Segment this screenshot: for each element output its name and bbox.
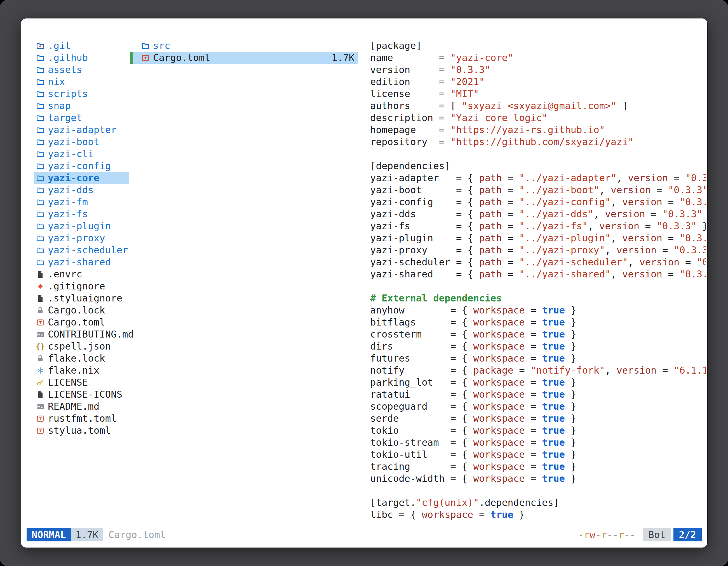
file-row-CONTRIBUTING.md[interactable]: CONTRIBUTING.md: [34, 328, 129, 340]
dir-row-yazi-scheduler[interactable]: yazi-scheduler: [34, 244, 129, 256]
dir-row-src[interactable]: src: [130, 40, 358, 52]
entry-label: yazi-plugin: [48, 220, 111, 232]
preview-line: scopeguard = { workspace = true }: [370, 400, 706, 412]
folder-icon: [36, 234, 45, 243]
preview-line: [370, 280, 706, 292]
entry-label: README.md: [48, 400, 99, 412]
dir-row-yazi-plugin[interactable]: yazi-plugin: [34, 220, 129, 232]
dir-row-.github[interactable]: .github: [34, 52, 129, 64]
file-row-Cargo.toml[interactable]: Cargo.toml1.7K: [130, 52, 358, 64]
folder-icon: [36, 161, 45, 171]
preview-line: # External dependencies: [370, 292, 706, 304]
file-row-README.md[interactable]: README.md: [34, 400, 129, 412]
file-row-.styluaignore[interactable]: .styluaignore: [34, 292, 129, 304]
dir-row-yazi-cli[interactable]: yazi-cli: [34, 148, 129, 160]
entry-label: yazi-cli: [48, 148, 94, 160]
folder-icon: [36, 198, 45, 207]
entry-label: yazi-dds: [48, 184, 94, 196]
preview-line: yazi-boot = { path = "../yazi-boot", ver…: [370, 184, 706, 196]
file-row-stylua.toml[interactable]: stylua.toml: [34, 424, 129, 436]
dir-row-yazi-proxy[interactable]: yazi-proxy: [34, 232, 129, 244]
entry-label: .github: [48, 52, 88, 64]
entry-size: 1.7K: [332, 52, 354, 64]
preview-line: yazi-dds = { path = "../yazi-dds", versi…: [370, 208, 706, 220]
entry-label: snap: [48, 100, 71, 112]
dir-row-yazi-adapter[interactable]: yazi-adapter: [34, 124, 129, 136]
folder-icon: [36, 89, 45, 99]
preview-line: bitflags = { workspace = true }: [370, 316, 706, 328]
entry-label: flake.lock: [48, 352, 105, 364]
folder-icon: [36, 77, 45, 87]
preview-line: parking_lot = { workspace = true }: [370, 376, 706, 388]
dir-row-assets[interactable]: assets: [34, 64, 129, 76]
dir-row-yazi-core[interactable]: yazi-core: [34, 172, 129, 184]
dir-row-target[interactable]: target: [34, 112, 129, 124]
preview-line: name = "yazi-core": [370, 52, 706, 64]
entry-label: yazi-proxy: [48, 232, 105, 244]
file-row-LICENSE-ICONS[interactable]: LICENSE-ICONS: [34, 388, 129, 400]
preview-line: yazi-scheduler = { path = "../yazi-sched…: [370, 256, 706, 268]
preview-line: license = "MIT": [370, 88, 706, 100]
entry-label: yazi-fm: [48, 196, 88, 208]
dir-row-yazi-fs[interactable]: yazi-fs: [34, 208, 129, 220]
folder-icon: [36, 258, 45, 267]
mode-badge: NORMAL: [27, 528, 71, 541]
dir-row-.git[interactable]: .git: [34, 40, 129, 52]
entry-label: src: [153, 40, 170, 52]
dir-row-scripts[interactable]: scripts: [34, 88, 129, 100]
file-row-Cargo.lock[interactable]: Cargo.lock: [34, 304, 129, 316]
dir-row-yazi-config[interactable]: yazi-config: [34, 160, 129, 172]
folder-icon: [36, 101, 45, 111]
file-row-cspell.json[interactable]: {}cspell.json: [34, 340, 129, 352]
folder-icon: [36, 53, 45, 63]
folder-icon: [36, 210, 45, 219]
entry-label: .gitignore: [48, 280, 105, 292]
preview-line: description = "Yazi core logic": [370, 112, 706, 124]
yazi-window: .git.githubassetsnixscriptssnaptargetyaz…: [21, 18, 707, 548]
folder-icon: [36, 149, 45, 159]
folder-icon: [36, 173, 45, 183]
file-icon: [36, 270, 45, 279]
entry-label: CONTRIBUTING.md: [48, 328, 134, 340]
preview-line: version = "0.3.3": [370, 64, 706, 76]
file-row-flake.lock[interactable]: flake.lock: [34, 352, 129, 364]
preview-line: tokio = { workspace = true }: [370, 424, 706, 436]
entry-label: .styluaignore: [48, 292, 122, 304]
entry-label: nix: [48, 76, 65, 88]
dir-row-yazi-fm[interactable]: yazi-fm: [34, 196, 129, 208]
dir-row-snap[interactable]: snap: [34, 100, 129, 112]
file-icon: [36, 390, 45, 399]
file-row-.gitignore[interactable]: .gitignore: [34, 280, 129, 292]
folder-icon: [141, 41, 150, 51]
lock-icon: [36, 305, 45, 315]
lock-icon: [36, 354, 45, 363]
file-row-.envrc[interactable]: .envrc: [34, 268, 129, 280]
folder-icon: [36, 65, 45, 75]
preview-line: crossterm = { workspace = true }: [370, 328, 706, 340]
entry-label: .git: [48, 40, 71, 52]
dir-row-yazi-dds[interactable]: yazi-dds: [34, 184, 129, 196]
dir-row-nix[interactable]: nix: [34, 76, 129, 88]
parent-pane: .git.githubassetsnixscriptssnaptargetyaz…: [34, 40, 129, 436]
preview-line: repository = "https://github.com/sxyazi/…: [370, 136, 706, 148]
scroll-position-badge: Bot: [643, 528, 671, 541]
file-permissions: -rw-r--r--: [578, 528, 635, 541]
file-row-rustfmt.toml[interactable]: rustfmt.toml: [34, 412, 129, 424]
preview-line: [370, 148, 706, 160]
preview-line: yazi-fs = { path = "../yazi-fs", version…: [370, 220, 706, 232]
json-icon: {}: [36, 342, 45, 351]
file-row-flake.nix[interactable]: flake.nix: [34, 364, 129, 376]
preview-line: anyhow = { workspace = true }: [370, 304, 706, 316]
entry-label: yazi-adapter: [48, 124, 117, 136]
preview-line: homepage = "https://yazi-rs.github.io": [370, 124, 706, 136]
selection-marker: [130, 52, 133, 64]
entry-label: yazi-core: [48, 172, 99, 184]
dir-row-yazi-boot[interactable]: yazi-boot: [34, 136, 129, 148]
folder-icon: [36, 186, 45, 195]
preview-line: yazi-shared = { path = "../yazi-shared",…: [370, 268, 706, 280]
preview-line: tracing = { workspace = true }: [370, 461, 706, 473]
file-row-LICENSE[interactable]: LICENSE: [34, 376, 129, 388]
desktop-background: .git.githubassetsnixscriptssnaptargetyaz…: [0, 0, 728, 566]
dir-row-yazi-shared[interactable]: yazi-shared: [34, 256, 129, 268]
file-row-Cargo.toml[interactable]: Cargo.toml: [34, 316, 129, 328]
